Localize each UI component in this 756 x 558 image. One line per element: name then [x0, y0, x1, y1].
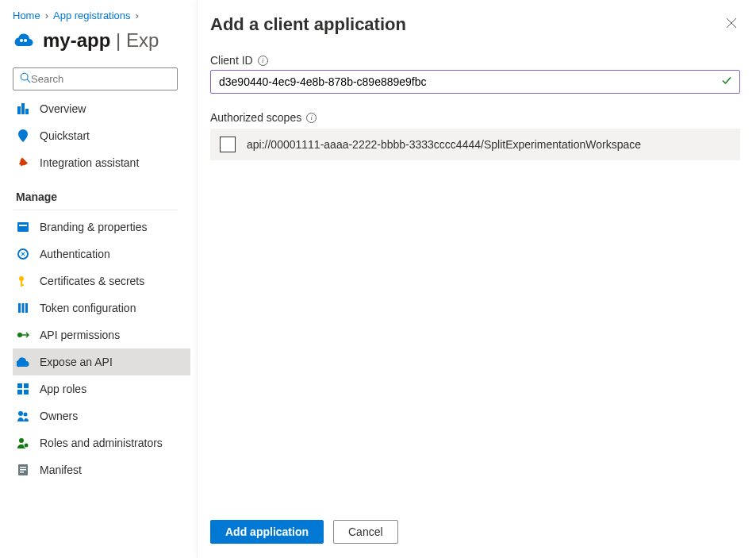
sidebar-item-label: API permissions — [40, 329, 120, 341]
page-title-suffix: | Exp — [116, 29, 159, 51]
svg-rect-28 — [20, 471, 24, 473]
key-icon — [16, 274, 30, 288]
app-cloud-icon — [13, 29, 35, 52]
owners-icon — [16, 409, 30, 423]
sidebar-item-integration-assistant[interactable]: Integration assistant — [13, 149, 190, 176]
token-icon — [16, 301, 30, 315]
search-icon — [20, 72, 31, 86]
sidebar-item-label: Authentication — [40, 248, 110, 260]
sidebar-item-label: Owners — [40, 410, 78, 422]
sidebar-item-label: Certificates & secrets — [40, 275, 144, 287]
svg-point-22 — [24, 413, 28, 417]
svg-line-3 — [27, 79, 30, 83]
scopes-label-row: Authorized scopes i — [210, 111, 740, 124]
panel-title: Add a client application — [210, 14, 406, 35]
sidebar-item-label: App roles — [40, 383, 86, 395]
svg-rect-19 — [17, 390, 22, 394]
cancel-button[interactable]: Cancel — [333, 520, 398, 544]
sidebar-item-certificates[interactable]: Certificates & secrets — [13, 267, 190, 294]
scope-checkbox[interactable] — [220, 137, 236, 152]
sidebar-item-label: Integration assistant — [40, 156, 139, 169]
api-permissions-icon — [16, 328, 30, 342]
svg-point-0 — [20, 39, 23, 42]
page-title: my-app | Exp — [43, 29, 159, 52]
roles-admins-icon — [16, 436, 30, 450]
svg-rect-20 — [24, 390, 29, 394]
manifest-icon — [16, 463, 30, 477]
sidebar-nav-manage: Branding & properties Authentication Cer… — [13, 214, 190, 483]
chevron-right-icon: › — [136, 10, 139, 21]
sidebar-item-overview[interactable]: Overview — [13, 95, 190, 122]
rocket-icon — [16, 156, 30, 170]
svg-rect-4 — [17, 106, 21, 114]
sidebar-item-label: Roles and administrators — [40, 437, 163, 449]
sidebar-item-label: Manifest — [40, 464, 82, 476]
breadcrumb-app-registrations[interactable]: App registrations — [53, 10, 131, 21]
app-roles-icon — [16, 382, 30, 396]
scopes-label: Authorized scopes — [210, 111, 301, 124]
info-icon[interactable]: i — [306, 113, 317, 123]
branding-icon — [16, 220, 30, 234]
sidebar-item-label: Overview — [40, 102, 86, 115]
chevron-right-icon: › — [45, 10, 48, 21]
svg-point-23 — [19, 438, 24, 443]
breadcrumb-home[interactable]: Home — [13, 10, 40, 21]
sidebar-search[interactable] — [13, 67, 178, 90]
svg-rect-15 — [25, 303, 28, 313]
sidebar-item-label: Token configuration — [40, 302, 136, 314]
overview-icon — [16, 102, 30, 116]
svg-rect-18 — [24, 383, 29, 388]
scope-value: api://00001111-aaaa-2222-bbbb-3333cccc44… — [247, 138, 641, 151]
svg-point-16 — [17, 333, 22, 337]
sidebar-item-label: Quickstart — [40, 129, 90, 142]
sidebar-item-app-roles[interactable]: App roles — [13, 375, 190, 402]
svg-rect-5 — [21, 103, 25, 114]
svg-rect-12 — [21, 284, 24, 286]
client-id-label: Client ID — [210, 54, 253, 67]
svg-rect-26 — [20, 467, 26, 468]
svg-rect-7 — [17, 222, 29, 232]
add-application-button[interactable]: Add application — [210, 520, 324, 544]
info-icon[interactable]: i — [258, 56, 268, 66]
close-button[interactable] — [723, 14, 740, 35]
svg-point-2 — [21, 73, 28, 80]
sidebar-section-manage: Manage — [13, 176, 178, 210]
search-input[interactable] — [31, 73, 171, 85]
svg-rect-14 — [22, 303, 25, 313]
sidebar-item-roles-admins[interactable]: Roles and administrators — [13, 429, 190, 456]
app-name: my-app — [43, 29, 110, 51]
close-icon — [726, 17, 737, 31]
svg-rect-6 — [25, 109, 29, 114]
panel-footer: Add application Cancel — [198, 509, 756, 558]
page-title-row: my-app | Exp — [13, 29, 190, 52]
sidebar-item-token-config[interactable]: Token configuration — [13, 294, 190, 321]
quickstart-icon — [16, 129, 30, 143]
sidebar-item-branding[interactable]: Branding & properties — [13, 214, 190, 241]
breadcrumb: Home › App registrations › — [13, 10, 190, 21]
client-id-input[interactable] — [210, 70, 740, 94]
expose-api-icon — [16, 355, 30, 369]
client-id-label-row: Client ID i — [210, 54, 740, 67]
sidebar-nav: Overview Quickstart Integration assistan… — [13, 95, 190, 176]
checkmark-icon — [721, 75, 732, 89]
sidebar-item-label: Branding & properties — [40, 221, 147, 233]
svg-point-24 — [24, 443, 29, 448]
svg-point-21 — [18, 411, 23, 416]
authentication-icon — [16, 247, 30, 261]
sidebar-item-quickstart[interactable]: Quickstart — [13, 122, 190, 149]
svg-rect-27 — [20, 469, 26, 471]
svg-point-1 — [24, 39, 27, 42]
svg-rect-8 — [19, 225, 27, 226]
svg-rect-17 — [17, 383, 22, 388]
sidebar-item-expose-api[interactable]: Expose an API — [13, 348, 190, 375]
sidebar-item-api-permissions[interactable]: API permissions — [13, 321, 190, 348]
sidebar-item-authentication[interactable]: Authentication — [13, 241, 190, 267]
sidebar-item-manifest[interactable]: Manifest — [13, 456, 190, 483]
add-client-panel: Add a client application Client ID i Aut… — [197, 0, 756, 558]
svg-rect-13 — [18, 303, 21, 313]
sidebar-item-owners[interactable]: Owners — [13, 402, 190, 429]
scope-row: api://00001111-aaaa-2222-bbbb-3333cccc44… — [210, 129, 740, 160]
sidebar-item-label: Expose an API — [40, 356, 113, 368]
